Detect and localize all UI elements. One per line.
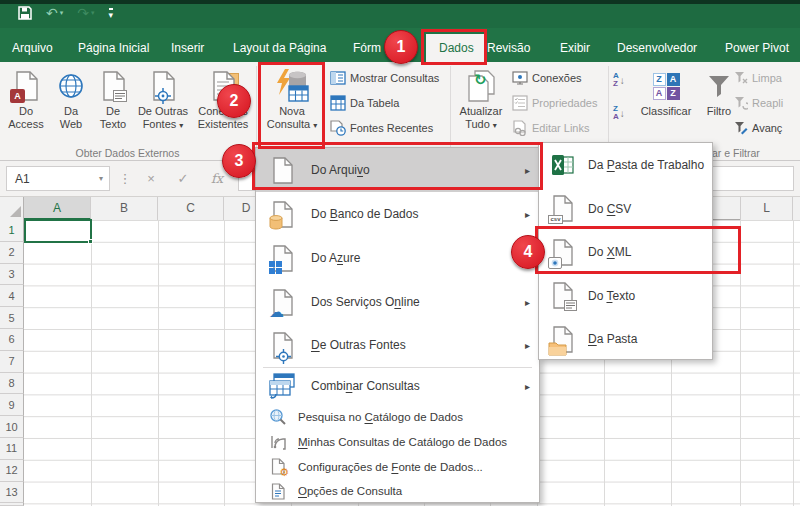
formula-bar-grip-icon[interactable]: ⋮ <box>114 166 136 191</box>
menu-item-dos-servicos-online[interactable]: ☁ Dos Serviços Online ▸ <box>256 280 539 324</box>
menu-item-label: Pesquisa no Catálogo de Dados <box>298 411 463 423</box>
row-header-3[interactable]: 3 <box>0 264 24 286</box>
menu-item-combinar-consultas[interactable]: Combinar Consultas ▸ <box>256 369 539 403</box>
compass-file-icon <box>268 332 298 359</box>
menu-item-do-banco-de-dados[interactable]: Do Banco de Dados ▸ <box>256 192 539 236</box>
select-all-corner[interactable] <box>0 197 24 220</box>
column-header-partial[interactable] <box>793 197 800 220</box>
column-header-a[interactable]: A <box>24 197 91 220</box>
de-outras-fontes-button[interactable]: De Outras Fontes ▾ <box>134 66 192 148</box>
row-header-12[interactable]: 12 <box>0 460 24 482</box>
tab-formulas[interactable]: Fórm <box>353 34 381 62</box>
menu-item-do-arquivo[interactable]: Do Arquivo ▸ <box>256 148 539 192</box>
group-divider <box>608 66 609 150</box>
row-header-6[interactable]: 6 <box>0 329 24 351</box>
row-header-1[interactable]: 1 <box>0 220 24 242</box>
propriedades-button[interactable]: Propriedades <box>512 93 597 113</box>
fill-handle[interactable] <box>88 239 93 244</box>
csv-file-icon: csv <box>550 195 576 222</box>
row-header-11[interactable]: 11 <box>0 438 24 460</box>
menu-separator <box>263 367 532 368</box>
column-header-l[interactable]: L <box>740 197 793 220</box>
merge-queries-icon <box>268 373 298 399</box>
submenu-item-label: Da Pasta <box>588 332 637 346</box>
row-header-7[interactable]: 7 <box>0 351 24 373</box>
undo-button[interactable]: ↶▾ <box>46 6 63 20</box>
group-label-obter-dados-externos: Obter Dados Externos <box>30 147 225 159</box>
filtro-button[interactable]: Filtro <box>700 66 738 148</box>
compass-file-icon <box>151 67 175 105</box>
row-header-10[interactable]: 10 <box>0 416 24 438</box>
tab-desenvolvedor[interactable]: Desenvolvedor <box>617 34 697 62</box>
menu-item-de-outras-fontes[interactable]: De Outras Fontes ▸ <box>256 324 539 366</box>
menu-item-pesquisa-catalogo[interactable]: Pesquisa no Catálogo de Dados <box>256 404 539 429</box>
column-header-c[interactable]: C <box>158 197 224 220</box>
editar-links-button[interactable]: Editar Links <box>512 118 589 138</box>
submenu-item-label: Do CSV <box>588 202 631 216</box>
save-button[interactable] <box>18 6 32 20</box>
da-tabela-button[interactable]: Da Tabela <box>330 93 399 113</box>
qat-customize-button[interactable]: ▾ <box>109 8 114 19</box>
menu-item-label: Configurações de Fonte de Dados... <box>298 461 483 473</box>
connections-icon <box>512 70 528 86</box>
chevron-down-icon: ▾ <box>179 121 183 130</box>
menu-item-opcoes-de-consulta[interactable]: Opções de Consulta <box>256 479 539 503</box>
row-header-4[interactable]: 4 <box>0 285 24 307</box>
tab-exibir[interactable]: Exibir <box>560 34 590 62</box>
menu-item-minhas-consultas[interactable]: Minhas Consultas de Catálogo de Dados <box>256 429 539 454</box>
mostrar-consultas-button[interactable]: Mostrar Consultas <box>330 68 439 88</box>
do-arquivo-submenu: Da Pasta de Trabalho csv Do CSV Do XML D… <box>538 142 713 360</box>
tab-dados[interactable]: Dados <box>426 34 487 62</box>
name-box[interactable]: A1▾ <box>6 166 110 191</box>
conexoes-button[interactable]: Conexões <box>512 68 582 88</box>
file-icon <box>268 157 298 184</box>
submenu-item-do-texto[interactable]: Do Texto <box>539 274 712 317</box>
nova-consulta-button[interactable]: Nova Consulta ▾ <box>262 66 322 148</box>
arrow-down-icon: ↓ <box>620 108 625 119</box>
menu-item-label: Opções de Consulta <box>298 485 402 497</box>
do-access-button[interactable]: A Do Access <box>2 66 50 148</box>
menu-item-label: De Outras Fontes <box>311 338 406 352</box>
submenu-item-da-pasta-de-trabalho[interactable]: Da Pasta de Trabalho <box>539 143 712 187</box>
da-web-button[interactable]: Da Web <box>50 66 92 148</box>
tab-layout-da-pagina[interactable]: Layout da Página <box>233 34 326 62</box>
azure-file-icon <box>268 245 298 272</box>
tab-arquivo[interactable]: Arquivo <box>12 34 53 62</box>
tab-power-pivot[interactable]: Power Pivot <box>725 34 789 62</box>
submenu-item-label: Do Texto <box>588 289 635 303</box>
submenu-item-da-pasta[interactable]: Da Pasta <box>539 317 712 361</box>
title-bar: ↶▾ ↷▾ ▾ <box>0 0 800 28</box>
cancel-button[interactable]: × <box>140 166 162 191</box>
submenu-item-do-xml[interactable]: Do XML <box>539 230 712 274</box>
selected-cell-a1[interactable] <box>24 219 92 243</box>
menu-item-do-azure[interactable]: Do Azure <box>256 236 539 280</box>
menu-item-configuracoes-fonte[interactable]: ⚙ Configurações de Fonte de Dados... <box>256 454 539 479</box>
menu-item-label: Combinar Consultas <box>311 379 420 393</box>
annotation-step-4: 4 <box>511 235 545 269</box>
classificar-button[interactable]: Z A A Z Classificar <box>632 66 700 148</box>
sort-az-button[interactable]: AZ ↓ <box>613 70 625 90</box>
row-header-9[interactable]: 9 <box>0 394 24 416</box>
sort-za-button[interactable]: ZA ↓ <box>613 103 625 123</box>
row-header-8[interactable]: 8 <box>0 373 24 395</box>
redo-button[interactable]: ↷▾ <box>77 6 94 20</box>
reaplicar-filtro-button[interactable]: Reapli <box>734 93 783 113</box>
filtro-avancado-button[interactable]: Avanç <box>734 118 782 138</box>
fontes-recentes-button[interactable]: Fontes Recentes <box>330 118 433 138</box>
de-texto-button[interactable]: De Texto <box>92 66 134 148</box>
atualizar-tudo-button[interactable]: ↻ Atualizar Tudo ▾ <box>454 66 508 148</box>
limpar-filtro-button[interactable]: Limpa <box>734 68 782 88</box>
select-all-triangle-icon <box>10 206 21 217</box>
submenu-item-do-csv[interactable]: csv Do CSV <box>539 187 712 230</box>
tab-inserir[interactable]: Inserir <box>171 34 204 62</box>
row-header-5[interactable]: 5 <box>0 307 24 329</box>
menu-item-label: Do Arquivo <box>311 163 370 177</box>
tab-revisao[interactable]: Revisão <box>487 34 530 62</box>
tab-pagina-inicial[interactable]: Página Inicial <box>78 34 149 62</box>
annotation-step-1: 1 <box>384 30 418 64</box>
enter-button[interactable]: ✓ <box>172 166 194 191</box>
row-header-13[interactable]: 13 <box>0 482 24 504</box>
row-header-2[interactable]: 2 <box>0 242 24 264</box>
column-header-b[interactable]: B <box>91 197 158 220</box>
chevron-down-icon: ▾ <box>60 9 64 17</box>
